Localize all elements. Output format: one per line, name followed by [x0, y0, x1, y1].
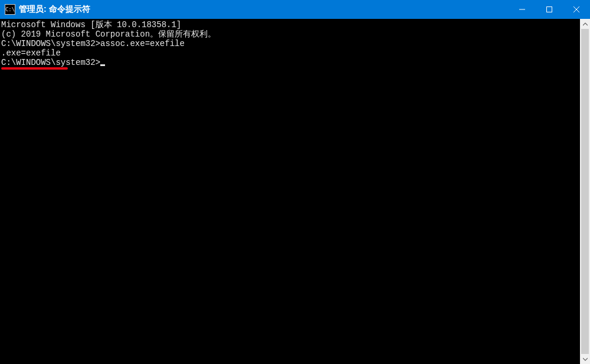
window-controls: [509, 0, 590, 19]
highlight-underline: [1, 67, 68, 70]
maximize-icon: [546, 6, 552, 12]
cmd-icon: C:\: [5, 4, 15, 15]
chevron-up-icon: [583, 22, 588, 27]
terminal-line: C:\WINDOWS\system32>assoc.exe=exefile: [1, 39, 580, 48]
chevron-down-icon: [583, 357, 588, 362]
window-title: 管理员: 命令提示符: [19, 4, 90, 15]
vertical-scrollbar[interactable]: [580, 19, 590, 364]
terminal-line: C:\WINDOWS\system32>: [1, 58, 580, 67]
maximize-button[interactable]: [536, 0, 563, 19]
svg-rect-1: [547, 7, 552, 12]
minimize-icon: [519, 6, 525, 12]
window-titlebar[interactable]: C:\ 管理员: 命令提示符: [0, 0, 590, 19]
terminal-line: .exe=exefile: [1, 48, 580, 58]
minimize-button[interactable]: [509, 0, 536, 19]
scroll-up-button[interactable]: [580, 19, 590, 29]
scroll-down-button[interactable]: [580, 354, 590, 364]
close-icon: [573, 6, 579, 12]
scroll-track[interactable]: [580, 29, 590, 354]
cursor: [100, 64, 105, 66]
terminal-area: Microsoft Windows [版本 10.0.18358.1](c) 2…: [0, 19, 590, 364]
scroll-thumb[interactable]: [581, 29, 589, 354]
terminal-output[interactable]: Microsoft Windows [版本 10.0.18358.1](c) 2…: [0, 19, 580, 364]
terminal-line: Microsoft Windows [版本 10.0.18358.1]: [1, 20, 580, 29]
close-button[interactable]: [563, 0, 590, 19]
terminal-line: (c) 2019 Microsoft Corporation。保留所有权利。: [1, 29, 580, 39]
